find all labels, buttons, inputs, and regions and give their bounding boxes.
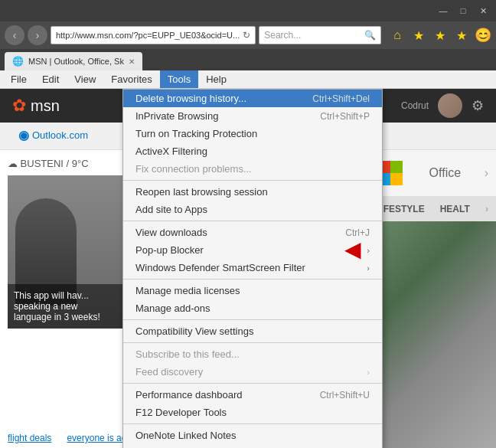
menu-onenote-linked[interactable]: OneNote Linked Notes: [123, 427, 382, 444]
menu-help[interactable]: Help: [198, 70, 234, 88]
feed-discovery-label: Feed discovery: [135, 366, 203, 378]
menu-feed-discovery: Feed discovery ›: [123, 363, 382, 381]
inprivate-shortcut: Ctrl+Shift+P: [320, 111, 370, 122]
menu-view[interactable]: View: [67, 70, 103, 88]
menu-edit[interactable]: Edit: [34, 70, 67, 88]
home-icon[interactable]: ⌂: [389, 27, 406, 44]
separator-3: [123, 279, 382, 280]
fix-connection-label: Fix connection problems...: [135, 163, 252, 175]
minimize-button[interactable]: —: [433, 2, 453, 19]
back-button[interactable]: ‹: [5, 25, 24, 45]
url-input[interactable]: http://www.msn.com/?pc=EUPP_UE03&ocid=U.…: [51, 26, 256, 44]
tab-label: MSN | Outlook, Office, Sky...: [28, 57, 124, 66]
forward-button[interactable]: ›: [28, 25, 47, 45]
compat-view-label: Compatibility View settings: [135, 325, 253, 337]
perf-dashboard-label: Performance dashboard: [135, 389, 242, 401]
add-site-label: Add site to Apps: [135, 204, 207, 215]
title-bar: — □ ✕: [0, 0, 496, 21]
subscribe-label: Subscribe to this feed...: [135, 348, 240, 360]
main-content: ✿ msn Codrut ⚙ ◉ Outlook.com ☁ BUSTENI /…: [0, 89, 496, 448]
refresh-icon[interactable]: ↻: [243, 30, 250, 41]
toolbar-icons: ⌂ ★ ★ ★ 😊: [389, 27, 491, 44]
tab-close-button[interactable]: ✕: [129, 57, 135, 66]
tab-bar: 🌐 MSN | Outlook, Office, Sky... ✕: [0, 49, 496, 70]
menu-view-downloads[interactable]: View downloads Ctrl+J: [123, 224, 382, 241]
menu-perf-dashboard[interactable]: Performance dashboard Ctrl+Shift+U: [123, 386, 382, 404]
feed-discovery-arrow: ›: [367, 368, 370, 377]
menu-fix-connection: Fix connection problems...: [123, 160, 382, 178]
tracking-label: Turn on Tracking Protection: [135, 128, 257, 139]
favorites-icon[interactable]: ★: [410, 27, 427, 44]
user-avatar-icon[interactable]: 😊: [475, 27, 491, 44]
separator-4: [123, 319, 382, 320]
menu-bar: File Edit View Favorites Tools Help: [0, 70, 496, 89]
url-text: http://www.msn.com/?pc=EUPP_UE03&ocid=U.…: [56, 31, 240, 40]
delete-browsing-shortcut: Ctrl+Shift+Del: [312, 93, 370, 104]
menu-send-onenote[interactable]: Send to OneNote: [123, 444, 382, 448]
star-icon-3[interactable]: ★: [453, 27, 470, 44]
menu-inprivate[interactable]: InPrivate Browsing Ctrl+Shift+P: [123, 107, 382, 125]
manage-addons-label: Manage add-ons: [135, 302, 210, 314]
search-input[interactable]: Search... 🔍: [259, 26, 381, 44]
menu-tools[interactable]: Tools: [160, 70, 198, 88]
tools-dropdown-menu: Delete browsing history... Ctrl+Shift+De…: [122, 89, 383, 448]
view-downloads-label: View downloads: [135, 227, 207, 238]
separator-2: [123, 221, 382, 221]
separator-1: [123, 180, 382, 181]
smartscreen-label: Windows Defender SmartScreen Filter: [135, 262, 305, 273]
window-controls: — □ ✕: [433, 2, 493, 19]
popup-blocker-label: Pop-up Blocker: [135, 244, 204, 256]
menu-subscribe: Subscribe to this feed...: [123, 345, 382, 363]
activex-label: ActiveX Filtering: [135, 146, 207, 157]
separator-6: [123, 383, 382, 384]
popup-blocker-arrow: ›: [367, 246, 370, 255]
menu-tracking[interactable]: Turn on Tracking Protection: [123, 125, 382, 142]
smartscreen-arrow: ›: [367, 263, 370, 273]
separator-5: [123, 342, 382, 343]
menu-file[interactable]: File: [3, 70, 34, 88]
menu-delete-browsing[interactable]: Delete browsing history... Ctrl+Shift+De…: [123, 90, 382, 107]
search-icon: 🔍: [364, 30, 376, 41]
search-placeholder: Search...: [264, 30, 301, 41]
menu-manage-media[interactable]: Manage media licenses: [123, 282, 382, 299]
onenote-linked-label: OneNote Linked Notes: [135, 430, 237, 441]
menu-smartscreen[interactable]: Windows Defender SmartScreen Filter ›: [123, 259, 382, 276]
menu-popup-blocker[interactable]: Pop-up Blocker ›: [123, 241, 382, 259]
separator-7: [123, 423, 382, 424]
tab-favicon: 🌐: [12, 56, 24, 67]
delete-browsing-label: Delete browsing history...: [135, 93, 246, 104]
menu-compat-view[interactable]: Compatibility View settings: [123, 322, 382, 340]
menu-add-site[interactable]: Add site to Apps: [123, 201, 382, 218]
menu-manage-addons[interactable]: Manage add-ons: [123, 299, 382, 317]
perf-dashboard-shortcut: Ctrl+Shift+U: [320, 390, 370, 401]
close-button[interactable]: ✕: [473, 2, 493, 19]
active-tab[interactable]: 🌐 MSN | Outlook, Office, Sky... ✕: [5, 52, 142, 70]
manage-media-label: Manage media licenses: [135, 285, 240, 296]
menu-f12-tools[interactable]: F12 Developer Tools: [123, 404, 382, 421]
red-arrow-indicator: ◀: [344, 237, 361, 262]
star-icon-2[interactable]: ★: [432, 27, 449, 44]
maximize-button[interactable]: □: [453, 2, 473, 19]
menu-reopen-session[interactable]: Reopen last browsing session: [123, 183, 382, 201]
inprivate-label: InPrivate Browsing: [135, 110, 218, 122]
dropdown-overlay: Delete browsing history... Ctrl+Shift+De…: [0, 89, 496, 448]
menu-activex[interactable]: ActiveX Filtering: [123, 142, 382, 160]
address-bar: ‹ › http://www.msn.com/?pc=EUPP_UE03&oci…: [0, 21, 496, 49]
reopen-session-label: Reopen last browsing session: [135, 186, 268, 198]
menu-favorites[interactable]: Favorites: [103, 70, 159, 88]
f12-tools-label: F12 Developer Tools: [135, 407, 227, 418]
